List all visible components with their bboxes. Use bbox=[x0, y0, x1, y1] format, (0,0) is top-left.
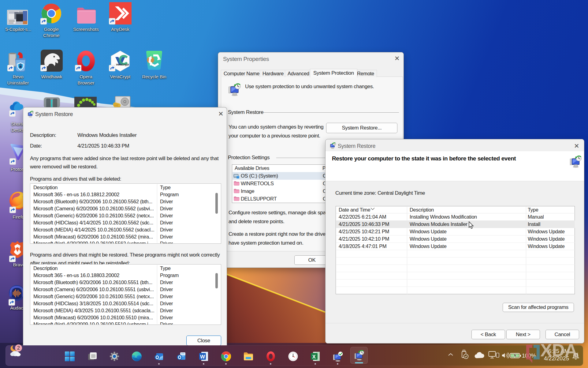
svg-text:X: X bbox=[312, 354, 316, 360]
svg-text:VeraCrypt: VeraCrypt bbox=[116, 63, 129, 66]
svg-text:W: W bbox=[200, 354, 205, 360]
